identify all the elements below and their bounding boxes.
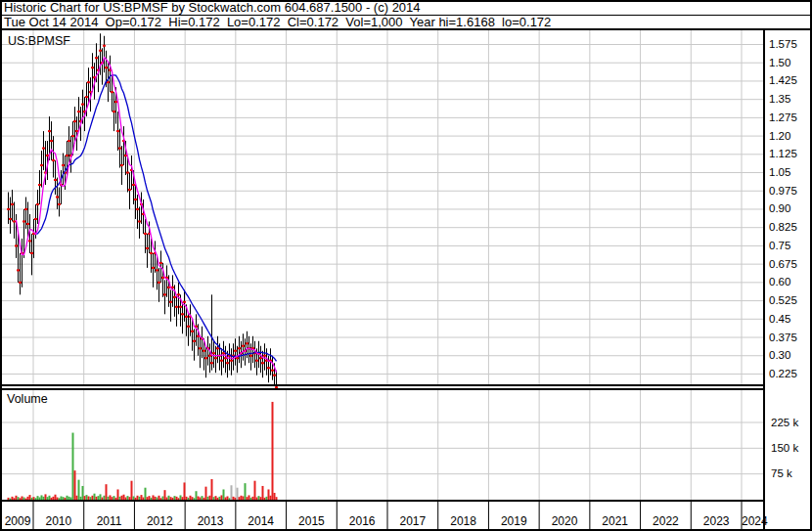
- price-axis-label: 0.975: [769, 185, 797, 198]
- price-axis-label: 0.675: [769, 258, 797, 271]
- price-axis-label: 0.225: [769, 368, 797, 380]
- price-axis-label: 1.50: [769, 57, 790, 69]
- year-label: 2017: [387, 515, 438, 528]
- price-axis-label: 1.575: [769, 38, 797, 51]
- volume-bars-layer: [8, 402, 278, 500]
- price-axis-label: 0.60: [769, 276, 790, 288]
- year-label: 2015: [287, 515, 338, 528]
- borders-layer: [0, 0, 812, 531]
- price-axis-label: 0.75: [769, 240, 790, 252]
- symbol-label: US:BPMSF: [8, 35, 70, 48]
- price-axis-label: 1.05: [769, 166, 790, 179]
- stock-chart-canvas: [0, 0, 812, 531]
- year-label: 2012: [134, 515, 185, 528]
- year-label: 2016: [337, 515, 387, 528]
- price-axis-label: 1.20: [769, 130, 790, 143]
- price-axis-label: 0.375: [769, 332, 797, 344]
- price-axis-label: 1.125: [769, 148, 797, 160]
- price-axis-label: 0.90: [769, 202, 790, 215]
- year-label: 2010: [33, 515, 84, 528]
- year-label: 2019: [488, 515, 539, 528]
- volume-axis-label: 225 k: [771, 417, 798, 429]
- price-axis-label: 0.45: [769, 313, 790, 326]
- volume-axis-label: 150 k: [771, 442, 798, 455]
- candlesticks-layer: [9, 33, 277, 387]
- year-label: 2014: [236, 515, 287, 528]
- year-label: 2020: [539, 515, 590, 528]
- volume-pane-label: Volume: [7, 393, 48, 406]
- year-label: 2009: [2, 515, 33, 528]
- year-label: 2024: [742, 515, 763, 528]
- close-dots-layer: [7, 45, 278, 388]
- year-label: 2018: [438, 515, 489, 528]
- price-axis-label: 0.525: [769, 294, 797, 307]
- ma-fast-line: [17, 58, 277, 373]
- price-axis-label: 1.35: [769, 93, 790, 106]
- price-axis-label: 0.30: [769, 349, 790, 362]
- price-axis-label: 0.825: [769, 221, 797, 234]
- volume-axis-label: 75 k: [771, 467, 792, 480]
- year-label: 2022: [641, 515, 692, 528]
- price-axis-label: 1.275: [769, 111, 797, 124]
- year-label: 2013: [185, 515, 236, 528]
- year-label: 2011: [84, 515, 135, 528]
- stock-chart-window: Historic Chart for US:BPMSF by Stockwatc…: [0, 0, 812, 531]
- price-axis-label: 1.425: [769, 74, 797, 87]
- year-label: 2023: [691, 515, 742, 528]
- year-label: 2021: [590, 515, 641, 528]
